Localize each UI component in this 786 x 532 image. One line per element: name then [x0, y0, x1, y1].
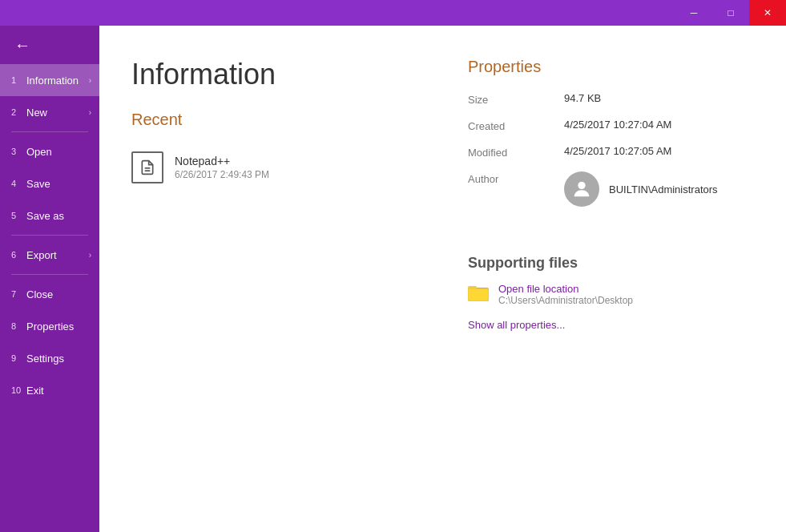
folder-icon — [468, 284, 490, 302]
item-number: 2 — [11, 107, 22, 117]
item-number: 4 — [11, 179, 22, 188]
recent-file-name: Notepad++ — [175, 155, 269, 167]
right-panel: Properties Size 94.7 KB Created 4/25/201… — [420, 26, 786, 532]
property-row-author: Author BUILTIN\Administrators — [468, 171, 754, 207]
back-button[interactable]: ← — [0, 26, 99, 64]
property-key-created: Created — [468, 119, 564, 132]
close-button[interactable]: ✕ — [749, 0, 786, 26]
property-row-size: Size 94.7 KB — [468, 92, 754, 106]
sidebar-item-label: Settings — [26, 353, 91, 365]
sidebar-item-label: Exit — [26, 385, 91, 397]
back-arrow-icon: ← — [14, 36, 30, 54]
sidebar-item-label: Open — [26, 146, 91, 158]
sidebar-item-label: New — [26, 107, 89, 119]
property-key-size: Size — [468, 92, 564, 106]
sidebar-item-label: Properties — [26, 320, 91, 332]
author-row: BUILTIN\Administrators — [564, 171, 718, 207]
item-number: 1 — [11, 75, 22, 85]
content-inner: Information Recent Notepad++ 6/26/2017 — [99, 26, 786, 532]
chevron-right-icon: › — [89, 251, 91, 260]
supporting-item: Open file location C:\Users\Administrato… — [468, 283, 754, 306]
sidebar-item-label: Close — [26, 288, 91, 300]
chevron-right-icon: › — [89, 108, 91, 117]
recent-file-date: 6/26/2017 2:49:43 PM — [175, 169, 269, 180]
open-file-location-link[interactable]: Open file location — [498, 283, 633, 295]
property-row-created: Created 4/25/2017 10:27:04 AM — [468, 119, 754, 132]
left-panel: Information Recent Notepad++ 6/26/2017 — [99, 26, 420, 532]
sidebar-item-label: Information — [26, 75, 89, 87]
recent-item-info: Notepad++ 6/26/2017 2:49:43 PM — [175, 155, 269, 180]
sidebar: ← 1 Information › 2 New › 3 Open 4 Save … — [0, 26, 99, 532]
minimize-button[interactable]: ─ — [675, 0, 712, 26]
property-key-author: Author — [468, 171, 564, 185]
supporting-files-title: Supporting files — [468, 255, 754, 272]
sidebar-item-open[interactable]: 3 Open — [0, 135, 99, 167]
sidebar-item-settings[interactable]: 9 Settings — [0, 342, 99, 374]
property-value-created: 4/25/2017 10:27:04 AM — [564, 119, 754, 131]
sidebar-item-exit[interactable]: 10 Exit — [0, 374, 99, 406]
property-row-modified: Modified 4/25/2017 10:27:05 AM — [468, 145, 754, 159]
sidebar-item-export[interactable]: 6 Export › — [0, 239, 99, 271]
sidebar-item-label: Save as — [26, 210, 91, 222]
sidebar-item-label: Save — [26, 178, 91, 190]
sidebar-divider — [11, 131, 88, 132]
svg-rect-6 — [469, 289, 488, 300]
author-avatar — [564, 171, 599, 207]
show-all-properties-link[interactable]: Show all properties... — [468, 319, 565, 331]
item-number: 7 — [11, 289, 22, 299]
title-bar: ─ □ ✕ — [0, 0, 786, 26]
main-content: Information Recent Notepad++ 6/26/2017 — [99, 26, 786, 532]
sidebar-item-close[interactable]: 7 Close — [0, 278, 99, 310]
item-number: 9 — [11, 353, 22, 363]
sidebar-item-save[interactable]: 4 Save — [0, 167, 99, 200]
page-title: Information — [131, 58, 388, 91]
svg-point-2 — [578, 182, 585, 189]
property-key-modified: Modified — [468, 145, 564, 159]
supporting-link-group: Open file location C:\Users\Administrato… — [498, 283, 633, 306]
item-number: 6 — [11, 250, 22, 260]
sidebar-divider — [11, 274, 88, 275]
author-name: BUILTIN\Administrators — [609, 183, 718, 195]
sidebar-item-label: Export — [26, 249, 89, 261]
recent-item[interactable]: Notepad++ 6/26/2017 2:49:43 PM — [131, 145, 388, 190]
item-number: 10 — [11, 385, 22, 395]
property-value-size: 94.7 KB — [564, 92, 754, 104]
sidebar-divider — [11, 235, 88, 236]
file-path: C:\Users\Administrator\Desktop — [498, 295, 633, 306]
properties-section-title: Properties — [468, 58, 754, 76]
window-controls: ─ □ ✕ — [675, 0, 786, 26]
maximize-button[interactable]: □ — [712, 0, 749, 26]
sidebar-item-save-as[interactable]: 5 Save as — [0, 200, 99, 232]
supporting-files-section: Supporting files Open file location — [468, 255, 754, 332]
sidebar-item-properties[interactable]: 8 Properties — [0, 310, 99, 342]
file-icon — [131, 151, 163, 183]
chevron-right-icon: › — [89, 76, 91, 85]
item-number: 5 — [11, 211, 22, 220]
item-number: 8 — [11, 321, 22, 331]
item-number: 3 — [11, 147, 22, 156]
property-value-modified: 4/25/2017 10:27:05 AM — [564, 145, 754, 157]
sidebar-item-new[interactable]: 2 New › — [0, 96, 99, 128]
recent-section-title: Recent — [131, 111, 388, 129]
sidebar-item-information[interactable]: 1 Information › — [0, 64, 99, 96]
app-body: ← 1 Information › 2 New › 3 Open 4 Save … — [0, 26, 786, 532]
